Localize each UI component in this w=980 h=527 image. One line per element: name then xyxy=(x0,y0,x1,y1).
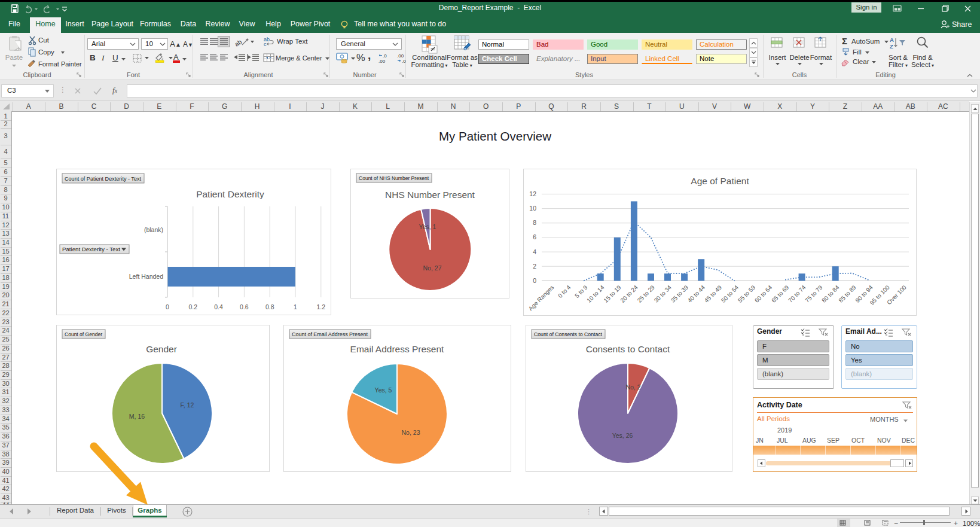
svg-text:10: 10 xyxy=(529,205,536,212)
svg-text:0.2: 0.2 xyxy=(188,303,197,310)
svg-text:80 to 84: 80 to 84 xyxy=(820,284,841,304)
svg-text:50 to 54: 50 to 54 xyxy=(720,284,740,304)
svg-text:25 to 29: 25 to 29 xyxy=(636,284,657,304)
svg-text:10 to 14: 10 to 14 xyxy=(585,284,606,304)
svg-text:Patient Dexterity: Patient Dexterity xyxy=(196,189,264,199)
svg-text:55 to 59: 55 to 59 xyxy=(737,284,757,304)
svg-text:No, 2: No, 2 xyxy=(625,383,640,391)
svg-text:Paste: Paste xyxy=(5,54,23,61)
svg-text:8: 8 xyxy=(533,219,536,226)
svg-text:12: 12 xyxy=(529,190,536,197)
svg-text:45 to 49: 45 to 49 xyxy=(703,284,723,304)
svg-text:Count of Email Address Present: Count of Email Address Present xyxy=(292,331,368,337)
svg-text:Format Painter: Format Painter xyxy=(38,60,82,68)
svg-text:Age of Patient: Age of Patient xyxy=(691,176,749,186)
svg-text:0.8: 0.8 xyxy=(265,303,274,310)
svg-text:85 to 89: 85 to 89 xyxy=(837,284,857,304)
svg-text:15 to 19: 15 to 19 xyxy=(602,284,622,304)
svg-text:Count of NHS Number Present: Count of NHS Number Present xyxy=(359,175,429,181)
svg-text:(blank): (blank) xyxy=(144,226,163,233)
svg-text:M, 16: M, 16 xyxy=(129,413,145,420)
svg-text:No, 23: No, 23 xyxy=(402,429,420,436)
svg-text:75 to 79: 75 to 79 xyxy=(804,284,824,304)
svg-text:Patient Dexterity - Text: Patient Dexterity - Text xyxy=(62,246,120,252)
svg-text:40 to 44: 40 to 44 xyxy=(686,284,707,304)
svg-text:c: c xyxy=(264,41,267,47)
svg-text:Count of Patient Dexterity - T: Count of Patient Dexterity - Text xyxy=(65,175,141,182)
svg-text:Yes, 5: Yes, 5 xyxy=(375,386,392,394)
svg-text:ab: ab xyxy=(233,38,243,48)
svg-text:20 to 24: 20 to 24 xyxy=(619,284,639,304)
svg-text:2: 2 xyxy=(533,263,536,270)
svg-text:70 to 74: 70 to 74 xyxy=(787,284,807,304)
svg-text:6: 6 xyxy=(533,233,536,240)
svg-text:Yes, 1: Yes, 1 xyxy=(419,223,436,230)
svg-text:35 to 39: 35 to 39 xyxy=(670,284,690,304)
svg-text:Consents to Contact: Consents to Contact xyxy=(586,344,670,354)
svg-text:1: 1 xyxy=(294,303,297,310)
svg-text:Email Address Present: Email Address Present xyxy=(350,344,444,354)
svg-text:A: A xyxy=(890,36,894,43)
svg-text:65 to 69: 65 to 69 xyxy=(770,284,790,304)
svg-text:4: 4 xyxy=(533,248,536,255)
svg-text:Left Handed: Left Handed xyxy=(129,273,163,280)
svg-text:Gender: Gender xyxy=(146,344,177,354)
svg-text:60 to 64: 60 to 64 xyxy=(753,284,774,304)
svg-text:NHS Number Present: NHS Number Present xyxy=(385,190,475,200)
svg-text:1.2: 1.2 xyxy=(316,303,325,310)
svg-text:0.6: 0.6 xyxy=(240,303,249,310)
svg-text:5 to 9: 5 to 9 xyxy=(573,284,589,299)
svg-text:.00: .00 xyxy=(378,59,386,64)
svg-text:Z: Z xyxy=(890,43,893,50)
svg-text:0: 0 xyxy=(533,277,536,284)
svg-text:No, 27: No, 27 xyxy=(423,264,442,272)
svg-text:.0: .0 xyxy=(402,59,406,64)
svg-text:30 to 34: 30 to 34 xyxy=(653,284,673,304)
svg-text:F, 12: F, 12 xyxy=(181,401,194,409)
svg-text:Age Ranges: Age Ranges xyxy=(527,284,555,312)
svg-text:Yes, 26: Yes, 26 xyxy=(612,432,633,439)
svg-text:0: 0 xyxy=(166,303,169,310)
svg-text:Count of Gender: Count of Gender xyxy=(65,331,102,337)
svg-text:0 to 4: 0 to 4 xyxy=(557,284,572,299)
svg-text:Cut: Cut xyxy=(38,36,50,44)
svg-text:0.4: 0.4 xyxy=(214,303,223,310)
svg-text:Copy: Copy xyxy=(38,48,54,56)
svg-text:Count of Consents to Contact: Count of Consents to Contact xyxy=(534,331,602,337)
